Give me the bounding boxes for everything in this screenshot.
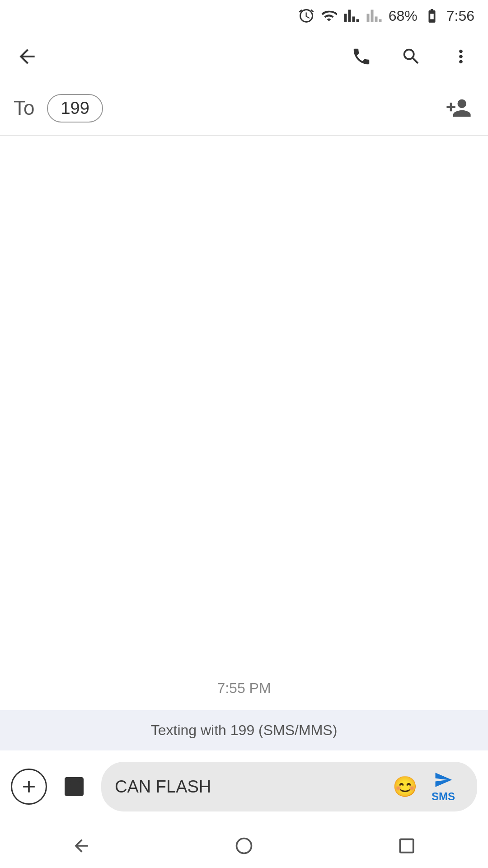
status-bar: 68% 7:56 xyxy=(0,0,488,32)
alarm-icon xyxy=(298,8,314,24)
to-label: To xyxy=(14,97,34,119)
app-bar-left xyxy=(14,43,41,70)
add-contact-button[interactable] xyxy=(443,92,474,124)
back-button[interactable] xyxy=(14,43,41,70)
send-button[interactable]: SMS xyxy=(423,766,464,807)
home-nav-button[interactable] xyxy=(221,823,267,868)
timestamp: 7:55 PM xyxy=(0,680,488,697)
wifi-icon xyxy=(321,8,337,24)
phone-button[interactable] xyxy=(348,43,375,70)
input-row: 😊 SMS xyxy=(0,750,488,823)
battery-icon xyxy=(424,8,440,24)
signal-r-icon xyxy=(366,8,382,24)
nav-bar xyxy=(0,823,488,868)
clock-time: 7:56 xyxy=(446,8,474,24)
more-options-button[interactable] xyxy=(447,43,474,70)
battery-percent: 68% xyxy=(389,8,418,24)
message-content-area: 7:55 PM xyxy=(0,136,488,710)
to-field: To 199 xyxy=(0,81,488,136)
svg-rect-2 xyxy=(400,839,413,852)
svg-point-1 xyxy=(237,838,252,853)
signal-icon xyxy=(343,8,360,24)
app-bar xyxy=(0,32,488,81)
status-icons: 68% 7:56 xyxy=(298,8,474,24)
sms-banner-text: Texting with 199 (SMS/MMS) xyxy=(151,722,338,738)
media-button[interactable] xyxy=(56,769,92,805)
emoji-button[interactable]: 😊 xyxy=(391,773,418,800)
search-button[interactable] xyxy=(398,43,425,70)
app-bar-right xyxy=(348,43,474,70)
add-button[interactable] xyxy=(11,769,47,805)
back-nav-button[interactable] xyxy=(59,823,104,868)
svg-point-0 xyxy=(69,781,72,784)
message-input-container[interactable]: 😊 SMS xyxy=(101,762,477,811)
recents-nav-button[interactable] xyxy=(384,823,429,868)
sms-banner: Texting with 199 (SMS/MMS) xyxy=(0,710,488,750)
main-layout: To 199 7:55 PM Texting with 199 (SMS/MMS… xyxy=(0,32,488,868)
message-input[interactable] xyxy=(115,777,387,797)
recipient-chip[interactable]: 199 xyxy=(47,94,103,123)
send-label: SMS xyxy=(432,790,455,803)
emoji-icon: 😊 xyxy=(393,775,418,798)
recipient-number: 199 xyxy=(61,99,89,118)
